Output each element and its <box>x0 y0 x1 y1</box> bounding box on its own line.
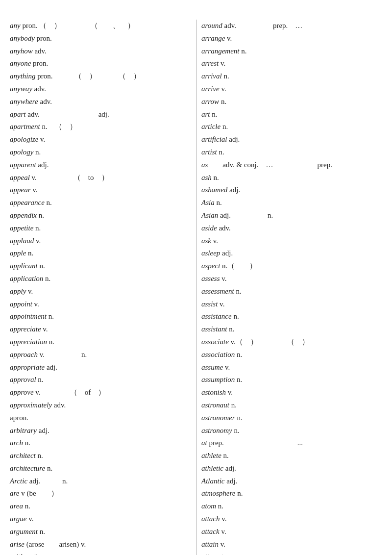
headword: assessment <box>201 287 234 295</box>
headword: attain <box>201 540 219 548</box>
entry-detail: v. <box>220 85 226 93</box>
headword: appendix <box>10 211 37 219</box>
list-item: appoint v. <box>10 298 191 311</box>
headword: assume <box>201 363 223 371</box>
headword: arbitrary <box>10 427 37 434</box>
entry-detail: v. <box>218 300 224 308</box>
headword: appreciation <box>10 338 47 346</box>
entry-detail: n. <box>240 47 247 55</box>
entry-detail: n. <box>36 376 44 383</box>
entry-detail: v (be ） <box>19 489 58 497</box>
list-item: argument n. <box>10 526 191 538</box>
headword: art <box>201 110 210 118</box>
headword: atom <box>201 502 216 510</box>
headword: apologize <box>10 135 38 143</box>
list-item: any pron. （ ） （ 、 ） <box>10 20 191 32</box>
entry-detail: v. <box>220 528 226 535</box>
list-item: appearance n. <box>10 197 191 209</box>
list-item: approve v. （ of ） <box>10 386 191 399</box>
headword: Atlantic <box>201 477 225 485</box>
headword: ash <box>201 174 212 181</box>
list-item: appendix n. <box>10 209 191 222</box>
list-item: architect n. <box>10 450 191 462</box>
list-item: arrange v. <box>201 32 382 45</box>
list-item: are v (be ） <box>10 487 191 500</box>
entry-detail: v. （ to ） <box>30 174 109 181</box>
headword: astronomy <box>201 427 232 434</box>
list-item: arrest v. <box>201 57 382 70</box>
entry-detail: adj. <box>223 464 236 472</box>
headword: approximately <box>10 401 52 409</box>
entry-detail: adj. <box>227 186 240 194</box>
list-item: ask v. <box>201 235 382 248</box>
entry-detail: v. <box>220 515 227 523</box>
list-item: arithmetic n. <box>10 551 191 555</box>
entry-detail: v. <box>219 59 225 67</box>
headword: attack <box>201 528 220 535</box>
entry-detail: n. <box>232 427 240 434</box>
list-item: associate v.（ ） （ ） <box>201 336 382 349</box>
list-item: appreciation n. <box>10 336 191 349</box>
list-item: appointment n. <box>10 310 191 323</box>
headword: attach <box>201 515 220 523</box>
list-item: architecture n. <box>10 462 191 475</box>
headword: apply <box>10 287 26 295</box>
entry-detail: v. <box>220 275 227 282</box>
headword: appeal <box>10 174 30 181</box>
entry-detail: pron. （ ） （ ） <box>36 72 141 80</box>
headword: athlete <box>201 452 221 459</box>
headword: article <box>201 123 220 130</box>
headword: appearance <box>10 199 45 206</box>
entry-detail: n. <box>227 325 235 333</box>
entry-detail: n. <box>215 199 222 206</box>
entry-detail: (arose arisen) v. <box>24 540 86 548</box>
headword: anybody <box>10 34 35 42</box>
list-item: apartment n. （ ） <box>10 121 191 133</box>
list-item: application n. <box>10 273 191 285</box>
headword: architecture <box>10 464 45 472</box>
headword: apparent <box>10 161 36 169</box>
entry-detail: n. <box>43 275 50 282</box>
headword: appointment <box>10 312 47 320</box>
headword: area <box>10 502 23 510</box>
list-item: assistance n. <box>201 310 382 323</box>
list-item: appreciate v. <box>10 323 191 336</box>
entry-detail: v. <box>211 237 218 245</box>
headword: assistance <box>201 312 232 320</box>
entry-detail: n. <box>217 148 224 156</box>
entry-detail: prep. ... <box>207 439 303 447</box>
entry-detail: n. <box>40 553 48 555</box>
list-item: artist n. <box>201 146 382 159</box>
headword: artist <box>201 148 217 156</box>
entry-detail: n. <box>235 376 242 383</box>
list-item: apply v. <box>10 285 191 298</box>
list-item: attach v. <box>201 513 382 526</box>
list-item: appropriate adj. <box>10 361 191 374</box>
list-item: argue v. <box>10 513 191 526</box>
list-item: anywhere adv. <box>10 96 191 108</box>
headword: Asian <box>201 211 218 219</box>
list-item: as adv. & conj. … prep. <box>201 159 382 172</box>
entry-detail: adj. <box>225 477 238 485</box>
list-item: assist v. <box>201 298 382 311</box>
list-item: assess v. <box>201 273 382 285</box>
entry-detail: n. （ ） <box>40 123 77 130</box>
list-item: anyway adv. <box>10 83 191 96</box>
headword: ask <box>201 237 211 245</box>
list-item: approval n. <box>10 374 191 386</box>
entry-detail: v. <box>32 300 39 308</box>
headword: arch <box>10 439 23 447</box>
list-item: attack v. <box>201 526 382 538</box>
list-item: apple n. <box>10 247 191 260</box>
entry-detail: n. <box>26 249 33 257</box>
entry-detail: v. <box>219 540 225 548</box>
entry-detail: n. <box>235 414 243 422</box>
headword: astonish <box>201 388 226 396</box>
entry-detail: n. <box>216 502 223 510</box>
headword: apartment <box>10 123 40 130</box>
headword: artificial <box>201 135 227 143</box>
list-item: anything pron. （ ） （ ） <box>10 70 191 83</box>
list-item: Asian adj. n. <box>201 209 382 222</box>
headword: arrange <box>201 34 225 42</box>
entry-detail: adj. <box>227 135 240 143</box>
